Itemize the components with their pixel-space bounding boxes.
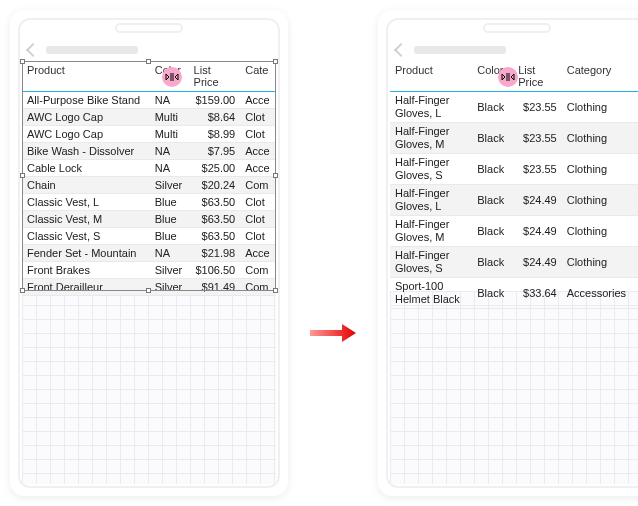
cell-category: Com: [240, 279, 276, 296]
table-row[interactable]: Sport-100 Helmet BlackBlack$33.64Accesso…: [390, 278, 638, 309]
table-row[interactable]: Half-Finger Gloves, LBlack$23.55Clothing: [390, 92, 638, 123]
cell-price: $23.55: [513, 123, 562, 154]
cell-color: Black: [472, 154, 513, 185]
cell-color: Black: [472, 216, 513, 247]
table-row[interactable]: Half-Finger Gloves, LBlack$24.49Clothing: [390, 185, 638, 216]
table-row[interactable]: Classic Vest, MBlue$63.50Clot: [22, 211, 276, 228]
cell-price: $23.55: [513, 92, 562, 123]
back-icon[interactable]: [26, 43, 40, 57]
col-category[interactable]: Category: [562, 61, 638, 92]
cell-product: Front Derailleur: [22, 279, 150, 296]
cell-price: $24.49: [513, 216, 562, 247]
table-area-left[interactable]: ✕ Product Color List Price Cate All-Purp…: [22, 61, 276, 291]
cell-product: All-Purpose Bike Stand: [22, 92, 150, 109]
cell-price: $106.50: [189, 262, 241, 279]
cell-category: Com: [240, 177, 276, 194]
table-row[interactable]: Half-Finger Gloves, MBlack$24.49Clothing: [390, 216, 638, 247]
table-row[interactable]: Front BrakesSilver$106.50Com: [22, 262, 276, 279]
table-row[interactable]: Half-Finger Gloves, SBlack$24.49Clothing: [390, 247, 638, 278]
cell-color: Black: [472, 185, 513, 216]
col-category[interactable]: Cate: [240, 61, 276, 92]
cell-color: Black: [472, 247, 513, 278]
column-resize-icon[interactable]: [498, 67, 518, 87]
cell-price: $63.50: [189, 228, 241, 245]
cell-color: NA: [150, 245, 189, 262]
topbar: [388, 39, 638, 61]
cell-color: NA: [150, 92, 189, 109]
cell-color: Multi: [150, 126, 189, 143]
cell-color: Blue: [150, 228, 189, 245]
product-table-right[interactable]: Product Color List Price Category Half-F…: [390, 61, 638, 309]
cell-category: Clot: [240, 228, 276, 245]
cell-category: Acce: [240, 92, 276, 109]
cell-product: Chain: [22, 177, 150, 194]
table-row[interactable]: Front DerailleurSilver$91.49Com: [22, 279, 276, 296]
table-row[interactable]: ChainSilver$20.24Com: [22, 177, 276, 194]
cell-price: $63.50: [189, 211, 241, 228]
cell-price: $24.49: [513, 247, 562, 278]
cell-product: AWC Logo Cap: [22, 109, 150, 126]
column-resize-icon[interactable]: [162, 67, 182, 87]
table-row[interactable]: Classic Vest, SBlue$63.50Clot: [22, 228, 276, 245]
table-row[interactable]: All-Purpose Bike StandNA$159.00Acce: [22, 92, 276, 109]
canvas-grid: [390, 291, 638, 484]
cell-category: Clothing: [562, 247, 638, 278]
title-placeholder: [46, 46, 138, 54]
cell-product: Cable Lock: [22, 160, 150, 177]
table-row[interactable]: Cable LockNA$25.00Acce: [22, 160, 276, 177]
cell-product: Classic Vest, L: [22, 194, 150, 211]
cell-price: $20.24: [189, 177, 241, 194]
col-price[interactable]: List Price: [189, 61, 241, 92]
cell-product: Half-Finger Gloves, L: [390, 185, 472, 216]
cell-color: Black: [472, 123, 513, 154]
cell-product: Half-Finger Gloves, S: [390, 247, 472, 278]
cell-price: $159.00: [189, 92, 241, 109]
cell-product: Half-Finger Gloves, S: [390, 154, 472, 185]
table-row[interactable]: Half-Finger Gloves, SBlack$23.55Clothing: [390, 154, 638, 185]
table-row[interactable]: Bike Wash - DissolverNA$7.95Acce: [22, 143, 276, 160]
cell-price: $25.00: [189, 160, 241, 177]
cell-product: Half-Finger Gloves, L: [390, 92, 472, 123]
cell-color: Black: [472, 92, 513, 123]
col-product[interactable]: Product: [390, 61, 472, 92]
col-price[interactable]: List Price: [513, 61, 562, 92]
cell-price: $21.98: [189, 245, 241, 262]
back-icon[interactable]: [394, 43, 408, 57]
cell-price: $8.99: [189, 126, 241, 143]
cell-product: Half-Finger Gloves, M: [390, 123, 472, 154]
table-row[interactable]: Half-Finger Gloves, MBlack$23.55Clothing: [390, 123, 638, 154]
cell-color: Silver: [150, 279, 189, 296]
cell-product: AWC Logo Cap: [22, 126, 150, 143]
cell-product: Half-Finger Gloves, M: [390, 216, 472, 247]
table-row[interactable]: AWC Logo CapMulti$8.99Clot: [22, 126, 276, 143]
left-frame: ✕ Product Color List Price Cate All-Purp…: [10, 10, 288, 496]
cell-category: Clothing: [562, 185, 638, 216]
cell-category: Clothing: [562, 92, 638, 123]
cell-color: Blue: [150, 194, 189, 211]
cell-product: Classic Vest, M: [22, 211, 150, 228]
table-area-right[interactable]: ✕ Product Color List Price Category Half…: [390, 61, 638, 291]
cell-price: $33.64: [513, 278, 562, 309]
table-row[interactable]: Classic Vest, LBlue$63.50Clot: [22, 194, 276, 211]
cell-price: $7.95: [189, 143, 241, 160]
cell-product: Bike Wash - Dissolver: [22, 143, 150, 160]
title-placeholder: [414, 46, 506, 54]
cell-price: $91.49: [189, 279, 241, 296]
product-table-left[interactable]: Product Color List Price Cate All-Purpos…: [22, 61, 276, 296]
cell-color: Silver: [150, 262, 189, 279]
col-product[interactable]: Product: [22, 61, 150, 92]
cell-color: NA: [150, 160, 189, 177]
topbar: [20, 39, 278, 61]
cell-category: Clot: [240, 211, 276, 228]
cell-price: $8.64: [189, 109, 241, 126]
arrow-icon: [308, 321, 358, 345]
cell-price: $63.50: [189, 194, 241, 211]
cell-product: Sport-100 Helmet Black: [390, 278, 472, 309]
table-row[interactable]: Fender Set - MountainNA$21.98Acce: [22, 245, 276, 262]
notch: [115, 23, 183, 33]
cell-category: Acce: [240, 160, 276, 177]
cell-category: Clot: [240, 109, 276, 126]
table-row[interactable]: AWC Logo CapMulti$8.64Clot: [22, 109, 276, 126]
phone-right: ✕ Product Color List Price Category Half…: [386, 18, 638, 488]
cell-category: Acce: [240, 245, 276, 262]
